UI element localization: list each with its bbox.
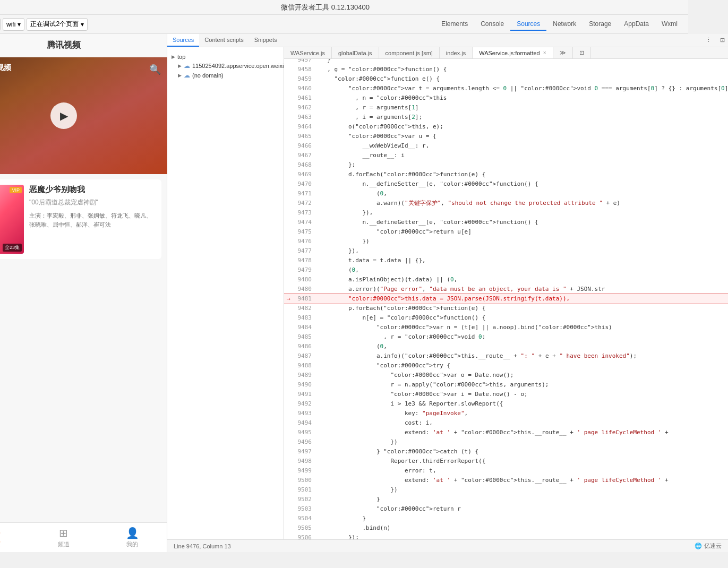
tab-console[interactable]: Console [474, 18, 510, 31]
line-content: , r = "color:#0000cc">void 0; [318, 332, 728, 342]
tab-waservice[interactable]: WAService.js [284, 47, 332, 58]
line-content: __route__: i [318, 151, 728, 160]
line-number: 9505 [293, 523, 318, 533]
line-content: }) [318, 437, 728, 447]
tab-appdata[interactable]: AppData [618, 18, 655, 31]
line-number: 9492 [293, 399, 318, 409]
line-content: n.__defineGetter__(e, "color:#0000cc">fu… [318, 218, 728, 227]
line-number: 9496 [293, 437, 318, 447]
nav-home[interactable]: 🏠 首页 [0, 527, 29, 548]
line-content: }); [318, 533, 728, 539]
line-number: 9498 [293, 457, 318, 466]
right-panel: Sources Content scripts Snippets ⋮ ⊡ ▶ t… [167, 34, 728, 552]
line-content: o("color:#0000cc">this, e); [318, 122, 728, 132]
inner-tab-content-scripts[interactable]: Content scripts [199, 34, 249, 47]
code-line: 9472 a.warn)("关键字保护", "should not change… [284, 199, 728, 208]
movie-thumbnail[interactable]: VIP 全23集 [0, 185, 24, 254]
line-number: 9489 [293, 371, 318, 380]
wifi-select[interactable]: wifi ▾ [3, 18, 24, 31]
debug-label: 正在调试2个页面 [30, 20, 79, 29]
movie-card: VIP 全23集 恶魔少爷别吻我 "00后霸道总裁宠虐神剧" 主演：李宏毅、邢非… [0, 179, 161, 259]
no-domain-arrow-icon: ▶ [178, 73, 182, 78]
line-content: , g = "color:#0000cc">function() { [318, 65, 728, 74]
code-line: 9466 __wxWebViewId__: r, [284, 141, 728, 151]
code-line: 9478 t.data = t.data || {}, [284, 256, 728, 265]
sources-sidebar: ▶ top ▶ ☁ 1150254092.appservice.open.wei… [167, 47, 284, 539]
inner-tab-snippets[interactable]: Snippets [249, 34, 282, 47]
line-content: a.error)("Page error", "data must be an … [318, 285, 728, 294]
cursor-position: Line 9476, Column 13 [174, 543, 231, 549]
line-number: 9480 [293, 275, 318, 285]
code-content[interactable]: 9449 "color:#0000cc">if (p[t] === e)9450… [284, 59, 728, 539]
movie-cast: 主演：李宏毅、邢非、张婀敏、符龙飞、晓凡、张晓唯、屈中恒、郝洋、崔可法 [29, 211, 156, 229]
code-line: 9492 i > 1e3 && Reporter.slowReport({ [284, 399, 728, 409]
code-line: →9481 "color:#0000cc">this.data = JSON.p… [284, 294, 728, 304]
line-number: 9488 [293, 361, 318, 371]
line-number: 9493 [293, 409, 318, 418]
file-tree-root[interactable]: ▶ top [167, 53, 284, 61]
play-button[interactable]: ▶ [50, 102, 77, 129]
line-number: 9499 [293, 466, 318, 476]
code-line: 9501 }) [284, 485, 728, 495]
device-select[interactable]: Nexus 6 ▾ [0, 18, 1, 31]
line-content: "color:#0000cc">var u = { [318, 132, 728, 141]
toolbar-tabs: Elements Console Sources Network Storage… [435, 18, 684, 31]
code-line: 9482 p.forEach("color:#0000cc">function(… [284, 304, 728, 313]
tab-component[interactable]: component.js [sm] [379, 47, 440, 58]
line-content: "color:#0000cc">var o = Date.now(); [318, 371, 728, 380]
file-tree: ▶ top ▶ ☁ 1150254092.appservice.open.wei… [167, 50, 284, 82]
video-overlay: ▶ [0, 57, 167, 174]
tab-network[interactable]: Network [546, 18, 583, 31]
inner-tabs-more[interactable]: ⋮ [700, 34, 717, 47]
line-number: 9468 [293, 160, 318, 170]
line-content: error: t, [318, 466, 728, 476]
code-line: 9468 }; [284, 160, 728, 170]
nav-profile[interactable]: 👤 我的 [98, 527, 167, 548]
line-content: t.data = t.data || {}, [318, 256, 728, 265]
tab-waservice-formatted[interactable]: WAService.js:formatted × [473, 47, 553, 58]
nav-channels[interactable]: ⊞ 频道 [29, 527, 98, 548]
wifi-label: wifi [6, 21, 15, 28]
code-line: 9477 }), [284, 246, 728, 256]
line-content: a.isPlainObject)(t.data) || (0, [318, 275, 728, 285]
tab-more[interactable]: ≫ [553, 47, 573, 58]
line-content: } [318, 59, 728, 65]
no-domain-label: (no domain) [192, 72, 224, 79]
line-content: a.info)("color:#0000cc">this.__route__ +… [318, 351, 728, 361]
tab-index[interactable]: index.js [440, 47, 473, 58]
watermark-text: 亿速云 [704, 542, 722, 550]
code-line: 9485 , r = "color:#0000cc">void 0; [284, 332, 728, 342]
line-number: 9464 [293, 122, 318, 132]
channels-icon: ⊞ [59, 527, 68, 539]
tab-storage[interactable]: Storage [583, 18, 618, 31]
line-content: __wxWebViewId__: r, [318, 141, 728, 151]
nav-home-label: 首页 [0, 540, 1, 548]
debug-select[interactable]: 正在调试2个页面 ▾ [27, 18, 88, 31]
tab-globaldata[interactable]: globalData.js [332, 47, 379, 58]
line-content: }) [318, 237, 728, 246]
line-number: 9484 [293, 323, 318, 332]
episode-count: 全23集 [3, 244, 22, 252]
cloud-icon: ☁ [184, 62, 190, 70]
expand-button[interactable]: ⊡ [717, 34, 728, 47]
line-content: n.__defineSetter__(e, "color:#0000cc">fu… [318, 179, 728, 189]
inner-tab-sources[interactable]: Sources [167, 34, 199, 47]
tab-wxml[interactable]: Wxml [655, 18, 684, 31]
file-tree-no-domain[interactable]: ▶ ☁ (no domain) [167, 71, 284, 80]
file-tree-domain[interactable]: ▶ ☁ 1150254092.appservice.open.weixin.qq… [167, 61, 284, 71]
line-number: 9463 [293, 113, 318, 122]
close-icon[interactable]: × [543, 50, 546, 56]
line-content: (0, [318, 189, 728, 199]
code-line: 9487 a.info)("color:#0000cc">this.__rout… [284, 351, 728, 361]
tab-elements[interactable]: Elements [435, 18, 474, 31]
watermark-area: 🌐 亿速云 [695, 542, 722, 550]
line-number: 9477 [293, 246, 318, 256]
line-content: (0, [318, 342, 728, 351]
line-content: } [318, 514, 728, 523]
code-line: 9458 , g = "color:#0000cc">function() { [284, 65, 728, 74]
code-line: 9479 (0, [284, 265, 728, 275]
line-content: , n = "color:#0000cc">this [318, 93, 728, 103]
tab-expand[interactable]: ⊡ [573, 47, 591, 58]
tab-sources[interactable]: Sources [510, 18, 546, 31]
code-line: 9459 "color:#0000cc">function e() { [284, 74, 728, 84]
